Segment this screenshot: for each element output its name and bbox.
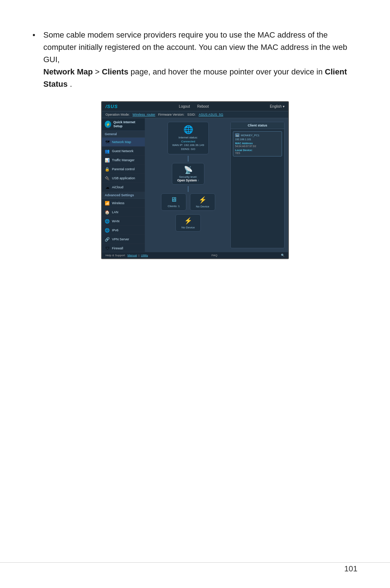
- router-content-area: 🌐 Internet status: Connected WAN IP: 192…: [145, 118, 288, 252]
- client-device-icon: 💻: [235, 133, 239, 137]
- aicloud-icon: ☁: [105, 185, 110, 190]
- sidebar-item-guest-network[interactable]: 👥 Guest Network: [102, 147, 145, 156]
- usb1-node: ⚡ No Device: [190, 193, 215, 211]
- security-level-value: Open System: [177, 179, 197, 182]
- sidebar-usb-application-label: USB application: [112, 176, 135, 180]
- sidebar-item-wireless[interactable]: 📶 Wireless: [102, 199, 145, 208]
- traffic-manager-icon: 📊: [105, 158, 110, 163]
- router-topbar-buttons: Logout Reboot: [179, 104, 209, 108]
- security-level: Security level: Open System ↑: [177, 175, 199, 182]
- utility-link[interactable]: Utility: [141, 254, 148, 257]
- wan-ip-label: WAN IP:: [172, 143, 183, 147]
- sidebar-item-firewall[interactable]: 🛡 Firewall: [102, 244, 145, 252]
- manual-link[interactable]: Manual: [127, 254, 137, 257]
- router-bottombar: Help & Support Manual | Utility FAQ 🔍: [102, 252, 288, 258]
- middle-text-page: page, and hover the mouse pointer over y…: [131, 67, 325, 76]
- security-indicator: ↑: [198, 179, 199, 182]
- sidebar-item-wan[interactable]: 🌐 WAN: [102, 217, 145, 226]
- router-logo: /SUS: [105, 104, 118, 109]
- client-status-panel: Client status 💻 MONKEY_PC1 192.168.1.101…: [230, 122, 285, 248]
- clients-icon: 🖥: [170, 196, 177, 203]
- client-status-header: Client status: [231, 122, 284, 129]
- sidebar-guest-network-label: Guest Network: [112, 149, 134, 153]
- wan-ip-value: 192.168.39.149: [184, 143, 204, 147]
- sidebar-wan-label: WAN: [112, 219, 120, 223]
- sidebar-item-vpn-server[interactable]: 🔗 VPN Server: [102, 235, 145, 244]
- bold-network-map: Network Map: [43, 67, 93, 76]
- internet-status-label: Internet status:: [179, 136, 198, 139]
- operation-mode-value[interactable]: Wireless_router: [133, 113, 155, 116]
- usb2-label: No Device: [182, 226, 195, 229]
- page-divider: [0, 562, 390, 563]
- client-ip: 192.168.1.101: [235, 138, 280, 141]
- sidebar-item-network-map[interactable]: 🗺 Network Map: [102, 138, 145, 147]
- router-sidebar: ⚡ Quick Internet Setup General 🗺 Network…: [102, 118, 145, 252]
- mac-address-label: MAC Address: [235, 142, 280, 145]
- security-level-label: Security level:: [179, 175, 197, 179]
- end-period: .: [70, 80, 72, 89]
- client-name: MONKEY_PC1: [241, 134, 259, 137]
- clients-node: 🖥 Clients: 1: [161, 193, 186, 211]
- client-entry-row: 💻 MONKEY_PC1: [235, 133, 280, 137]
- internet-node: 🌐 Internet status: Connected WAN IP: 192…: [168, 122, 209, 154]
- ddns-label: DDNS:: [181, 147, 190, 151]
- help-support-section: Help & Support Manual | Utility: [105, 254, 148, 257]
- clients-label: Clients: 1: [168, 205, 179, 208]
- internet-icon: 🌐: [183, 125, 193, 134]
- reboot-button[interactable]: Reboot: [197, 104, 209, 108]
- logout-button[interactable]: Logout: [179, 104, 190, 108]
- client-entry: 💻 MONKEY_PC1 192.168.1.101 MAC Address 5…: [233, 131, 282, 156]
- sidebar-item-aicloud[interactable]: ☁ AiCloud: [102, 183, 145, 192]
- router-statusbar: Operation Mode: Wireless_router Firmware…: [102, 111, 288, 118]
- wireless-icon: 📶: [105, 201, 110, 206]
- language-label: English: [270, 104, 282, 108]
- usb1-label: No Device: [196, 205, 209, 208]
- operation-mode-label: Operation Mode:: [105, 113, 130, 116]
- connection-line-1: [188, 156, 188, 162]
- firewall-icon: 🛡: [105, 246, 110, 251]
- usb2-icon: ⚡: [184, 217, 192, 225]
- help-support-label: Help & Support: [105, 254, 125, 257]
- faq-section: FAQ: [212, 254, 217, 257]
- network-map-container: 🌐 Internet status: Connected WAN IP: 192…: [149, 122, 285, 248]
- sidebar-item-lan[interactable]: 🏠 LAN: [102, 208, 145, 217]
- bullet-intro-text: Some cable modem service providers requi…: [43, 30, 347, 64]
- client-status-body: 💻 MONKEY_PC1 192.168.1.101 MAC Address 5…: [231, 129, 284, 160]
- usb2-node: ⚡ No Device: [176, 214, 201, 232]
- bottom-nodes: 🖥 Clients: 1 ⚡ No Device: [161, 193, 215, 211]
- sidebar-aicloud-label: AiCloud: [112, 185, 124, 189]
- sidebar-network-map-label: Network Map: [112, 140, 131, 144]
- usb1-icon: ⚡: [199, 196, 207, 204]
- sidebar-item-ipv6[interactable]: 🌐 IPv6: [102, 226, 145, 235]
- wan-icon: 🌐: [105, 219, 110, 224]
- parental-control-icon: 🔒: [105, 167, 110, 172]
- advanced-settings-label: Advanced Settings: [102, 192, 145, 199]
- quick-internet-setup[interactable]: ⚡ Quick Internet Setup: [102, 118, 145, 131]
- quick-setup-icon: ⚡: [105, 121, 111, 128]
- router-main: ⚡ Quick Internet Setup General 🗺 Network…: [102, 118, 288, 252]
- sidebar-item-usb-application[interactable]: 🔌 USB application: [102, 174, 145, 183]
- page-content: Some cable modem service providers requi…: [0, 0, 390, 281]
- security-router-node: 📡 Security level: Open System ↑: [172, 163, 204, 185]
- internet-status: Internet status: Connected WAN IP: 192.1…: [172, 136, 204, 151]
- vpn-server-icon: 🔗: [105, 237, 110, 242]
- sidebar-item-traffic-manager[interactable]: 📊 Traffic Manager: [102, 156, 145, 165]
- ssid-values[interactable]: ASUS ASUS_5G: [199, 113, 223, 116]
- sidebar-traffic-manager-label: Traffic Manager: [112, 158, 135, 162]
- internet-status-value: Connected: [181, 140, 195, 143]
- ipv6-icon: 🌐: [105, 228, 110, 233]
- bullet-paragraph: Some cable modem service providers requi…: [32, 29, 358, 90]
- sidebar-item-parental-control[interactable]: 🔒 Parental control: [102, 165, 145, 174]
- network-map-icon: 🗺: [105, 140, 110, 145]
- network-diagram: 🌐 Internet status: Connected WAN IP: 192…: [149, 122, 228, 248]
- guest-network-icon: 👥: [105, 149, 110, 154]
- lan-icon: 🏠: [105, 210, 110, 215]
- usb-application-icon: 🔌: [105, 176, 110, 181]
- general-section-label: General: [102, 131, 145, 138]
- language-selector[interactable]: English ▾: [270, 104, 285, 108]
- faq-label: FAQ: [212, 254, 217, 257]
- search-icon[interactable]: 🔍: [281, 254, 285, 257]
- sidebar-firewall-label: Firewall: [112, 246, 123, 250]
- mac-address-value: 54:04:A6:67:97:D2: [235, 145, 280, 147]
- page-number: 101: [344, 564, 358, 574]
